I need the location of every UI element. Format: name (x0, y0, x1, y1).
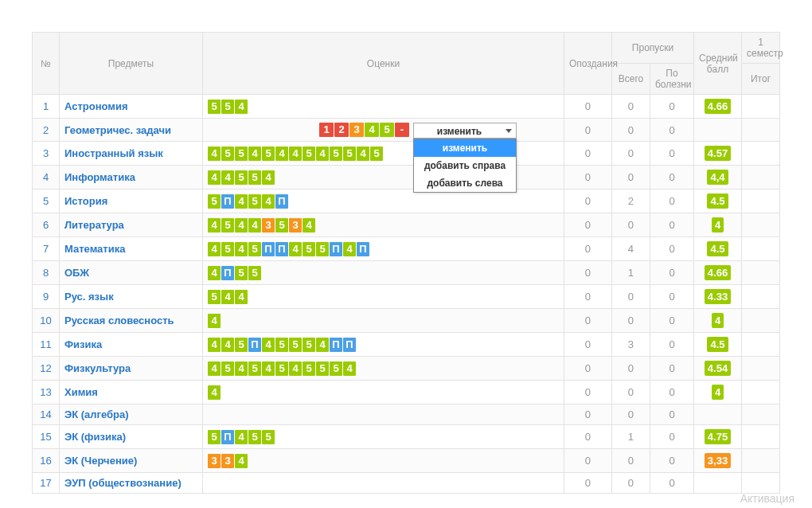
marks-cell[interactable]: 4 (203, 309, 564, 333)
marks-cell[interactable] (203, 473, 564, 494)
grade-mark[interactable]: 4 (235, 361, 248, 376)
grade-mark[interactable]: 4 (235, 242, 248, 256)
grade-mark[interactable]: 5 (316, 242, 329, 256)
grade-mark[interactable]: 5 (275, 338, 288, 352)
grade-mark[interactable]: 4 (208, 314, 221, 328)
grade-mark[interactable]: 4 (221, 290, 234, 304)
grade-mark[interactable]: 4 (208, 385, 221, 400)
marks-cell[interactable]: 4П55 (203, 261, 564, 285)
grade-mark[interactable]: 5 (248, 194, 261, 209)
subject-link[interactable]: ЭК (Черчение) (60, 449, 203, 473)
subject-link[interactable]: Информатика (60, 166, 203, 190)
grade-mark[interactable]: 5 (275, 361, 288, 376)
grade-mark[interactable]: 5 (289, 338, 302, 352)
dropdown-select[interactable]: изменить (413, 123, 517, 139)
absence-mark[interactable]: П (221, 430, 234, 444)
absence-mark[interactable]: П (330, 242, 342, 256)
scale-step[interactable]: 3 (349, 123, 364, 137)
grade-mark[interactable]: 5 (330, 147, 342, 161)
grade-mark[interactable]: 4 (316, 147, 329, 161)
scale-step[interactable]: 5 (380, 123, 394, 137)
grade-mark[interactable]: 4 (248, 218, 261, 233)
scale-step[interactable]: 4 (365, 123, 379, 137)
absence-mark[interactable]: П (221, 266, 234, 280)
grade-mark[interactable]: 5 (303, 338, 315, 352)
dropdown-option[interactable]: добавить справа (414, 157, 516, 174)
marks-cell[interactable]: 334 (203, 449, 564, 473)
grade-mark[interactable]: 4 (275, 147, 288, 161)
grade-mark[interactable]: 4 (208, 266, 221, 280)
grade-mark[interactable]: 5 (248, 361, 261, 376)
marks-cell[interactable]: 445П45554ПП (203, 333, 564, 357)
absence-mark[interactable]: П (357, 242, 369, 256)
grade-mark[interactable]: 4 (221, 338, 234, 352)
scale-step[interactable]: 1 (319, 123, 334, 137)
grade-mark[interactable]: 4 (221, 170, 234, 185)
grade-mark[interactable]: 4 (357, 147, 369, 161)
absence-mark[interactable]: П (262, 242, 275, 256)
grade-mark[interactable]: 4 (235, 100, 248, 114)
marks-cell[interactable]: 45443534 (203, 213, 564, 237)
grade-mark[interactable]: 5 (208, 100, 221, 114)
subject-link[interactable]: Рус. язык (60, 285, 203, 309)
grade-mark[interactable]: 4 (262, 338, 275, 352)
grade-mark[interactable]: 4 (235, 290, 248, 304)
marks-cell[interactable]: 5П455 (203, 425, 564, 449)
grade-mark[interactable]: 5 (248, 266, 261, 280)
grade-mark[interactable]: 5 (248, 170, 261, 185)
grade-mark[interactable]: 4 (289, 242, 302, 256)
absence-mark[interactable]: П (248, 338, 261, 352)
marks-cell[interactable]: 5П454П (203, 190, 564, 213)
grade-mark[interactable]: 5 (303, 361, 315, 376)
grade-mark[interactable]: 4 (289, 147, 302, 161)
grade-mark[interactable]: 4 (208, 338, 221, 352)
grade-mark[interactable]: 5 (303, 242, 315, 256)
grade-mark[interactable]: 5 (221, 361, 234, 376)
subject-link[interactable]: ЭК (алгебра) (60, 404, 203, 425)
subject-link[interactable]: Физкультура (60, 357, 203, 381)
grade-mark[interactable]: 5 (370, 147, 383, 161)
marks-cell[interactable]: 4 (203, 381, 564, 404)
marks-cell[interactable]: 544 (203, 285, 564, 309)
grade-mark[interactable]: 4 (208, 147, 221, 161)
grade-mark[interactable]: 3 (221, 454, 234, 468)
subject-link[interactable]: Геометричес. задачи (60, 119, 203, 142)
absence-mark[interactable]: П (221, 194, 234, 209)
grade-mark[interactable]: 5 (248, 430, 261, 444)
grade-mark[interactable]: 4 (343, 361, 356, 376)
scale-step[interactable]: 2 (334, 123, 349, 137)
marks-cell[interactable]: 12345-изменитьизменитьдобавить справадоб… (203, 119, 564, 142)
absence-mark[interactable]: П (275, 194, 288, 209)
dropdown-option[interactable]: изменить (414, 139, 516, 157)
grade-mark[interactable]: 5 (235, 266, 248, 280)
grade-mark[interactable]: 3 (289, 218, 302, 233)
grade-mark[interactable]: 5 (221, 242, 234, 256)
grade-mark[interactable]: 4 (235, 218, 248, 233)
grade-mark[interactable]: 5 (262, 430, 275, 444)
grade-mark[interactable]: 5 (343, 147, 356, 161)
grade-mark[interactable]: 4 (208, 218, 221, 233)
subject-link[interactable]: История (60, 190, 203, 213)
grade-mark[interactable]: 5 (248, 242, 261, 256)
marks-cell[interactable] (203, 404, 564, 425)
grade-mark[interactable]: 5 (235, 147, 248, 161)
grade-mark[interactable]: 5 (235, 338, 248, 352)
subject-link[interactable]: Физика (60, 333, 203, 357)
grade-mark[interactable]: 5 (221, 100, 234, 114)
grade-mark[interactable]: 5 (221, 147, 234, 161)
grade-mark[interactable]: 4 (235, 430, 248, 444)
grade-mark[interactable]: 4 (235, 194, 248, 209)
grade-mark[interactable]: 3 (208, 454, 221, 468)
grade-mark[interactable]: 5 (208, 194, 221, 209)
grade-mark[interactable]: 5 (330, 361, 342, 376)
grade-mark[interactable]: 4 (289, 361, 302, 376)
subject-link[interactable]: ОБЖ (60, 261, 203, 285)
grade-mark[interactable]: 4 (262, 194, 275, 209)
grade-mark[interactable]: 5 (275, 218, 288, 233)
absence-mark[interactable]: П (275, 242, 288, 256)
marks-cell[interactable]: 45454545554 (203, 357, 564, 381)
grade-mark[interactable]: 4 (248, 147, 261, 161)
grade-mark[interactable]: 3 (262, 218, 275, 233)
grade-mark[interactable]: 4 (343, 242, 356, 256)
subject-link[interactable]: ЭУП (обществознание) (60, 473, 203, 494)
